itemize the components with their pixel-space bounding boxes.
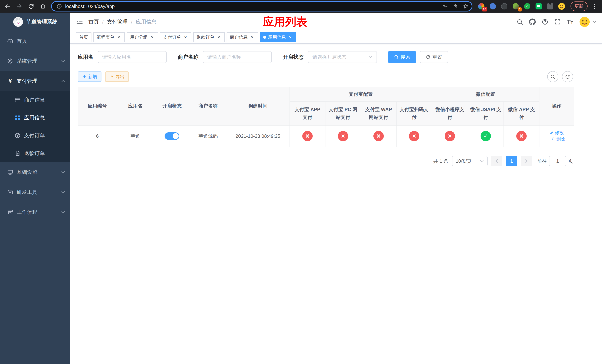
cell-alipay-app bbox=[290, 125, 325, 147]
sidebar-item-label: 基础设施 bbox=[17, 169, 37, 176]
search-button[interactable]: 搜索 bbox=[388, 51, 416, 63]
add-button[interactable]: 新增 bbox=[78, 72, 101, 82]
col-ops: 操作 bbox=[539, 87, 574, 125]
help-icon[interactable] bbox=[542, 19, 548, 25]
close-tab-icon[interactable] bbox=[183, 35, 188, 40]
close-tab-icon[interactable] bbox=[150, 35, 155, 40]
next-page-button[interactable] bbox=[521, 156, 532, 166]
status-select[interactable]: 请选择开启状态 bbox=[308, 51, 377, 63]
toolbox-icon bbox=[7, 189, 13, 195]
browser-home-button[interactable] bbox=[38, 1, 48, 11]
delete-link[interactable]: 删除 bbox=[551, 136, 565, 142]
col-wechat-app: 微信 APP 支付 bbox=[504, 102, 539, 125]
github-icon[interactable] bbox=[529, 19, 536, 25]
password-key-icon[interactable] bbox=[441, 2, 450, 11]
toggle-search-button[interactable] bbox=[547, 71, 558, 82]
toggle-knob bbox=[173, 133, 179, 139]
sidebar-item-merchant-info[interactable]: 商户信息 bbox=[0, 91, 70, 109]
sidebar-item-label: 退款订单 bbox=[24, 150, 45, 157]
breadcrumb-payment[interactable]: 支付管理 bbox=[107, 18, 128, 25]
col-app-name: 应用名 bbox=[117, 87, 154, 125]
page-content: 应用名 商户名称 开启状态 请选择开启状态 搜索 重置 bbox=[70, 44, 602, 166]
tab-user-group[interactable]: 用户分组 bbox=[127, 32, 158, 42]
browser-back-button[interactable] bbox=[2, 1, 13, 11]
extensions-puzzle-icon[interactable] bbox=[547, 3, 554, 10]
browser-forward-button[interactable] bbox=[14, 1, 24, 11]
site-info-icon[interactable] bbox=[55, 2, 64, 11]
sidebar-item-app-info[interactable]: 应用信息 bbox=[0, 109, 70, 127]
font-size-icon[interactable]: TT bbox=[567, 18, 573, 26]
close-tab-icon[interactable] bbox=[288, 35, 293, 40]
sidebar-fold-icon[interactable] bbox=[76, 18, 83, 26]
page-size-select[interactable]: 10条/页 bbox=[452, 156, 488, 166]
extension-icon-profile[interactable]: 1 bbox=[512, 3, 519, 10]
app-title: 芋道管理系统 bbox=[26, 18, 57, 25]
share-icon[interactable] bbox=[451, 2, 460, 11]
status-icon bbox=[445, 131, 455, 141]
close-tab-icon[interactable] bbox=[116, 35, 121, 40]
address-bar[interactable]: localhost:1024/pay/app bbox=[51, 1, 473, 11]
tab-refund-order[interactable]: 退款订单 bbox=[193, 32, 225, 42]
browser-update-button[interactable]: 更新 bbox=[570, 1, 588, 11]
bookmark-star-icon[interactable] bbox=[461, 2, 470, 11]
tab-app-info[interactable]: 应用信息 bbox=[260, 32, 296, 42]
app-logo: 芋道管理系统 bbox=[0, 13, 70, 31]
breadcrumb-home[interactable]: 首页 bbox=[88, 18, 99, 25]
extension-icon-colorful[interactable]: 10 bbox=[478, 3, 485, 10]
browser-profile-avatar[interactable] bbox=[558, 3, 565, 10]
card-icon bbox=[14, 97, 21, 103]
sidebar-item-workflow[interactable]: 工作流程 bbox=[0, 202, 70, 222]
goto-page-input[interactable] bbox=[549, 156, 566, 166]
chevron-down-icon bbox=[61, 170, 65, 174]
extension-badge: 1 bbox=[518, 7, 522, 11]
merchant-name-input[interactable] bbox=[203, 51, 272, 63]
close-tab-icon[interactable] bbox=[216, 35, 221, 40]
tab-process-form[interactable]: 流程表单 bbox=[93, 32, 125, 42]
chevron-down-icon bbox=[61, 190, 65, 194]
col-wechat-mini: 微信小程序支付 bbox=[432, 102, 468, 125]
close-tab-icon[interactable] bbox=[249, 35, 255, 40]
extension-icon-blue[interactable] bbox=[489, 3, 496, 10]
status-icon bbox=[516, 131, 527, 141]
page-number-button[interactable]: 1 bbox=[506, 156, 517, 166]
enable-toggle[interactable] bbox=[165, 132, 179, 140]
cell-status bbox=[154, 125, 190, 147]
export-button[interactable]: 导出 bbox=[105, 72, 129, 82]
tab-merchant-info[interactable]: 商户信息 bbox=[226, 32, 258, 42]
refresh-table-button[interactable] bbox=[562, 71, 573, 82]
chevron-right-icon bbox=[524, 159, 529, 163]
edit-link[interactable]: 修改 bbox=[550, 130, 564, 136]
archive-icon bbox=[7, 209, 13, 215]
col-status: 开启状态 bbox=[154, 87, 190, 125]
tab-home[interactable]: 首页 bbox=[76, 32, 91, 42]
sidebar-item-devtools[interactable]: 研发工具 bbox=[0, 182, 70, 202]
app-name-input[interactable] bbox=[98, 51, 167, 63]
yen-icon: ¥ bbox=[7, 78, 13, 84]
sidebar-item-home[interactable]: 首页 bbox=[0, 31, 70, 51]
browser-menu-icon[interactable] bbox=[592, 3, 598, 10]
sidebar-item-payment[interactable]: ¥ 支付管理 bbox=[0, 71, 70, 91]
search-icon bbox=[550, 74, 555, 79]
user-avatar-menu[interactable] bbox=[579, 16, 596, 27]
extension-badge: 10 bbox=[482, 7, 487, 11]
reset-button[interactable]: 重置 bbox=[420, 51, 448, 63]
extension-icon-green-check[interactable] bbox=[524, 3, 531, 10]
tab-pay-order[interactable]: 支付订单 bbox=[160, 32, 191, 42]
chevron-down-icon bbox=[61, 59, 65, 63]
fullscreen-icon[interactable] bbox=[554, 19, 561, 25]
extension-icon-dark[interactable] bbox=[501, 3, 508, 10]
sidebar-item-system[interactable]: 系统管理 bbox=[0, 51, 70, 71]
trash-icon bbox=[551, 137, 555, 141]
top-navbar: 首页 支付管理 应用信息 应用列表 TT bbox=[70, 13, 602, 31]
sidebar-item-pay-order[interactable]: 支付订单 bbox=[0, 127, 70, 144]
sidebar-item-label: 应用信息 bbox=[24, 114, 45, 121]
url-text: localhost:1024/pay/app bbox=[65, 3, 115, 9]
prev-page-button[interactable] bbox=[491, 156, 502, 166]
chevron-up-icon bbox=[61, 79, 65, 83]
browser-reload-button[interactable] bbox=[26, 1, 36, 11]
sidebar-item-infra[interactable]: 基础设施 bbox=[0, 162, 70, 182]
search-icon[interactable] bbox=[516, 19, 523, 25]
logo-avatar bbox=[13, 17, 23, 27]
sidebar-item-refund-order[interactable]: 退款订单 bbox=[0, 144, 70, 162]
extension-icon-wechat-dev[interactable] bbox=[535, 3, 542, 10]
